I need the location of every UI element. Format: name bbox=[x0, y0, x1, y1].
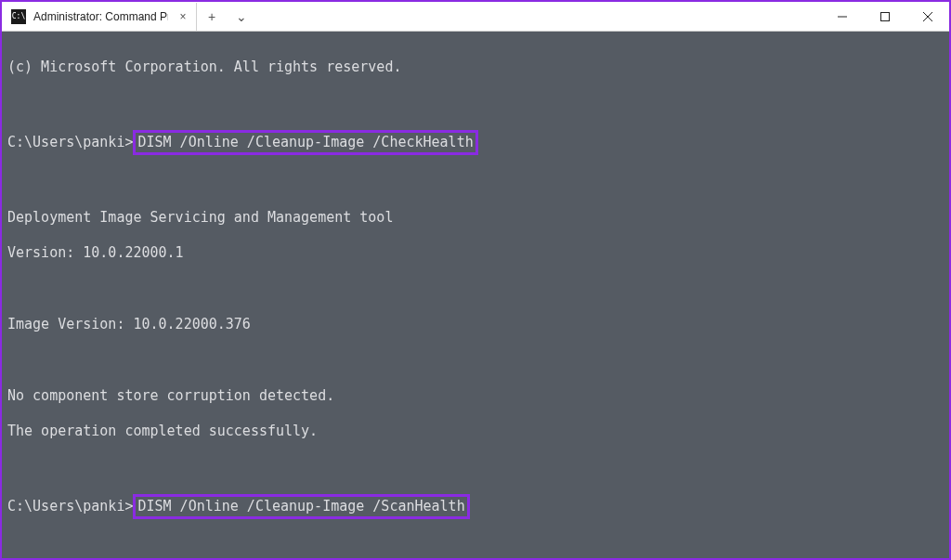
tool-version: Version: 10.0.22000.1 bbox=[7, 244, 944, 262]
minimize-icon bbox=[838, 12, 847, 21]
prompt-line: C:\Users\panki>DISM /Online /Cleanup-Ima… bbox=[7, 494, 944, 519]
close-icon bbox=[923, 12, 932, 21]
dism-checkhealth-command: DISM /Online /Cleanup-Image /CheckHealth bbox=[133, 130, 477, 155]
close-window-button[interactable] bbox=[906, 2, 949, 32]
blank-line bbox=[7, 280, 944, 297]
close-tab-button[interactable]: × bbox=[176, 9, 190, 24]
title-bar: C:\ Administrator: Command Promp × + ⌄ bbox=[2, 2, 949, 32]
blank-line bbox=[7, 351, 944, 369]
prompt-text: C:\Users\panki> bbox=[7, 498, 133, 514]
maximize-icon bbox=[880, 12, 890, 21]
terminal-icon: C:\ bbox=[11, 9, 26, 24]
new-tab-button[interactable]: + bbox=[197, 3, 227, 31]
prompt-line: C:\Users\panki>DISM /Online /Cleanup-Ima… bbox=[7, 130, 944, 155]
blank-line bbox=[7, 458, 944, 475]
prompt-text: C:\Users\panki> bbox=[7, 134, 133, 150]
copyright-line: (c) Microsoft Corporation. All rights re… bbox=[7, 59, 944, 76]
result-line: No component store corruption detected. bbox=[7, 387, 944, 405]
blank-line bbox=[7, 173, 944, 190]
tool-header: Deployment Image Servicing and Managemen… bbox=[7, 209, 944, 227]
window-controls bbox=[821, 2, 949, 32]
dism-scanhealth-command: DISM /Online /Cleanup-Image /ScanHealth bbox=[133, 494, 469, 519]
tab-dropdown-button[interactable]: ⌄ bbox=[227, 3, 256, 31]
svg-rect-1 bbox=[881, 12, 890, 20]
maximize-button[interactable] bbox=[864, 2, 906, 32]
blank-line bbox=[7, 537, 944, 554]
result-line: The operation completed successfully. bbox=[7, 423, 944, 440]
minimize-button[interactable] bbox=[821, 2, 864, 32]
terminal-output[interactable]: (c) Microsoft Corporation. All rights re… bbox=[2, 32, 949, 558]
image-version: Image Version: 10.0.22000.376 bbox=[7, 316, 944, 333]
tab-title: Administrator: Command Promp bbox=[33, 10, 168, 23]
blank-line bbox=[7, 95, 944, 112]
active-tab[interactable]: C:\ Administrator: Command Promp × bbox=[2, 3, 197, 31]
